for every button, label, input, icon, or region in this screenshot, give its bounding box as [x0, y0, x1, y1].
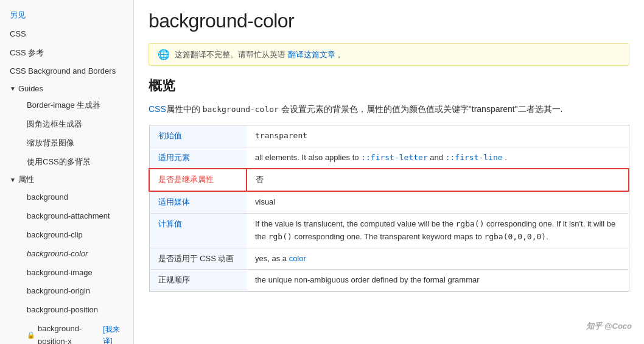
table-value-order: the unique non-ambiguous order defined b… [247, 270, 629, 292]
table-row-initial: 初始值 transparent [149, 125, 629, 147]
table-value-inherit: 否 [247, 169, 629, 191]
overview-heading: 概览 [149, 77, 629, 95]
color-link[interactable]: color [289, 254, 306, 263]
table-row-order: 正规顺序 the unique non-ambiguous order defi… [149, 270, 629, 292]
table-label-computed: 计算值 [149, 213, 247, 248]
sidebar-item-background-position[interactable]: background-position [17, 301, 133, 320]
table-row-inherit: 是否是继承属性 否 [149, 169, 629, 191]
sidebar-item-see-also[interactable]: 另见 [0, 6, 133, 25]
table-value-media: visual [247, 191, 629, 213]
properties-triangle-icon: ▼ [10, 177, 16, 183]
table-label-inherit: 是否是继承属性 [149, 169, 247, 191]
bg-position-x-note: [我来译] [103, 324, 124, 344]
sidebar-item-background-position-x[interactable]: 🔒 background-position-x [我来译] [17, 320, 133, 344]
sidebar-item-css[interactable]: CSS [0, 25, 133, 44]
translation-notice-text: 这篇翻译不完整。请帮忙从英语 翻译这篇文章 。 [175, 49, 345, 60]
translation-notice: 🌐 这篇翻译不完整。请帮忙从英语 翻译这篇文章 。 [149, 43, 629, 66]
main-content: background-color 🌐 这篇翻译不完整。请帮忙从英语 翻译这篇文章… [134, 0, 644, 344]
table-row-animation: 是否适用于 CSS 动画 yes, as a color [149, 248, 629, 270]
sidebar-guides-label: Guides [18, 84, 43, 93]
table-value-applies: all elements. It also applies to ::first… [247, 147, 629, 169]
table-label-media: 适用媒体 [149, 191, 247, 213]
sidebar-item-background-origin[interactable]: background-origin [17, 282, 133, 301]
first-line-link[interactable]: ::first-line [446, 153, 503, 162]
sidebar-item-background-attachment[interactable]: background-attachment [17, 207, 133, 226]
sidebar-item-background-image[interactable]: background-image [17, 264, 133, 283]
table-label-applies: 适用元素 [149, 147, 247, 169]
sidebar-item-border-image[interactable]: Border-image 生成器 [17, 96, 133, 115]
sidebar-item-border-radius[interactable]: 圆角边框生成器 [17, 115, 133, 134]
table-row-computed: 计算值 If the value is translucent, the com… [149, 213, 629, 248]
sidebar-properties-label: 属性 [18, 174, 34, 185]
table-row-applies: 适用元素 all elements. It also applies to ::… [149, 147, 629, 169]
sidebar-item-css-bg-borders[interactable]: CSS Background and Borders [0, 62, 133, 81]
table-value-computed: If the value is translucent, the compute… [247, 213, 629, 248]
guides-triangle-icon: ▼ [10, 85, 16, 92]
table-value-animation: yes, as a color [247, 248, 629, 270]
table-row-media: 适用媒体 visual [149, 191, 629, 213]
first-letter-link[interactable]: ::first-letter [361, 153, 428, 162]
translation-link[interactable]: 翻译这篇文章 [288, 50, 335, 59]
css-link[interactable]: CSS [149, 104, 166, 114]
table-label-animation: 是否适用于 CSS 动画 [149, 248, 247, 270]
sidebar-guides-list: Border-image 生成器 圆角边框生成器 缩放背景图像 使用CSS的多背… [0, 96, 133, 171]
sidebar-item-background[interactable]: background [17, 188, 133, 207]
sidebar-properties-header[interactable]: ▼ 属性 [0, 171, 133, 188]
lock-icon: 🔒 [27, 330, 35, 341]
sidebar-properties-list: background background-attachment backgro… [0, 188, 133, 344]
sidebar-item-css-ref[interactable]: CSS 参考 [0, 44, 133, 63]
page-title: background-color [149, 10, 629, 32]
sidebar-item-background-color[interactable]: background-color [17, 245, 133, 264]
sidebar-item-scale-bg[interactable]: 缩放背景图像 [17, 134, 133, 153]
sidebar-guides-header[interactable]: ▼ Guides [0, 81, 133, 96]
sidebar: 另见 CSS CSS 参考 CSS Background and Borders… [0, 0, 134, 344]
overview-description: CSS属性中的 background-color 会设置元素的背景色，属性的值为… [149, 102, 629, 116]
sidebar-item-background-clip[interactable]: background-clip [17, 226, 133, 245]
properties-table: 初始值 transparent 适用元素 all elements. It al… [149, 125, 629, 292]
globe-icon: 🌐 [158, 49, 170, 60]
table-value-initial: transparent [247, 125, 629, 147]
table-label-order: 正规顺序 [149, 270, 247, 292]
table-label-initial: 初始值 [149, 125, 247, 147]
sidebar-item-multi-bg[interactable]: 使用CSS的多背景 [17, 153, 133, 172]
